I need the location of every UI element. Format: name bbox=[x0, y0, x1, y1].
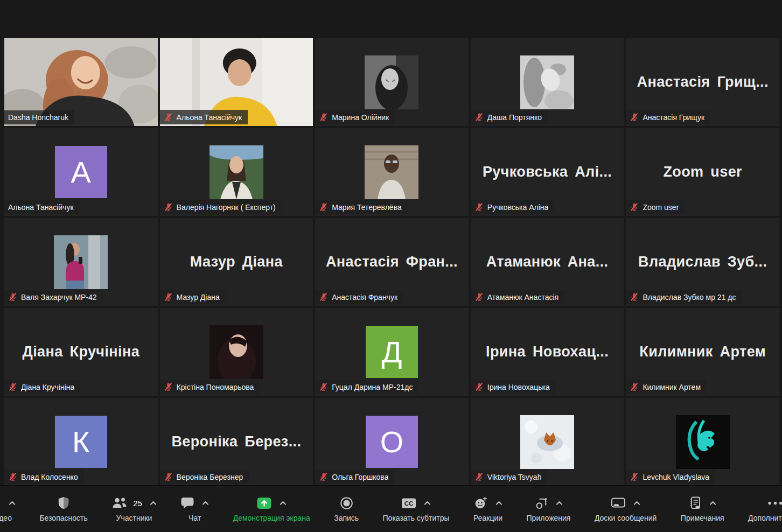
participant-nameplate: Ольга Горшкова bbox=[315, 470, 394, 484]
participant-tile[interactable]: Атаманюк Ана...Атаманюк Анастасія bbox=[471, 218, 624, 306]
participant-tile[interactable]: Крістіна Пономарьова bbox=[160, 308, 313, 396]
participant-photo-avatar bbox=[210, 325, 263, 379]
toolbar-video-button[interactable]: Видео bbox=[0, 496, 20, 522]
mic-muted-icon bbox=[630, 292, 639, 302]
mic-muted-icon bbox=[474, 202, 484, 212]
participant-name-label: Levchuk Vladyslava bbox=[643, 473, 709, 481]
participant-name-label: Валерія Нагорняк ( Експерт) bbox=[177, 203, 276, 212]
participant-tile[interactable]: Анастасія Грищ...Анастасія Грищук bbox=[626, 38, 779, 126]
participant-letter-avatar: Д bbox=[366, 326, 418, 378]
mic-muted-icon bbox=[474, 472, 484, 481]
participant-name-label: Килимник Артем bbox=[643, 383, 701, 391]
mic-muted-icon bbox=[8, 472, 17, 481]
toolbar-more-button[interactable]: Дополнительно bbox=[744, 496, 782, 522]
mic-muted-icon bbox=[474, 292, 484, 302]
toolbar-notes-button[interactable]: Примечания bbox=[676, 496, 729, 522]
participant-tile[interactable]: Альона Танасійчук bbox=[160, 38, 313, 126]
participant-name-label: Крістіна Пономарьова bbox=[177, 383, 254, 391]
participant-photo-avatar bbox=[365, 55, 418, 109]
toolbar-captions-label: Показать субтитры bbox=[383, 514, 450, 522]
participant-nameplate: Марина Олійник bbox=[315, 110, 395, 124]
chevron-up-icon[interactable] bbox=[150, 501, 157, 506]
participant-name-label: Анастасія Франчук bbox=[332, 293, 397, 302]
participant-tile[interactable]: Килимник АртемКилимник Артем bbox=[626, 308, 779, 396]
participant-tile[interactable]: ААльона Танасійчук bbox=[4, 128, 158, 216]
toolbar-record-button[interactable]: Запись bbox=[330, 496, 363, 522]
notes-icon bbox=[689, 496, 702, 510]
participant-tile[interactable]: Levchuk Vladyslava bbox=[626, 398, 779, 486]
record-icon bbox=[340, 496, 353, 510]
participant-nameplate: Гуцал Дарина МР-21дс bbox=[315, 380, 418, 394]
participant-name-label: Ірина Новохацька bbox=[487, 383, 550, 391]
participant-photo-avatar bbox=[365, 145, 418, 199]
participant-tile[interactable]: Валя Захарчук МР-42 bbox=[4, 218, 158, 306]
chevron-up-icon[interactable] bbox=[633, 501, 640, 506]
apps-icon bbox=[535, 496, 548, 510]
participant-tile[interactable]: ДГуцал Дарина МР-21дс bbox=[315, 308, 469, 396]
participants-gallery: Dasha HoncharukАльона ТанасійчукМарина О… bbox=[0, 38, 782, 486]
mic-muted-icon bbox=[630, 202, 639, 212]
zoom-meeting-window: Dasha HoncharukАльона ТанасійчукМарина О… bbox=[0, 0, 782, 532]
mic-muted-icon bbox=[319, 292, 328, 302]
participant-tile[interactable]: ООльга Горшкова bbox=[315, 398, 469, 486]
participant-nameplate: Ірина Новохацька bbox=[471, 380, 556, 394]
participant-nameplate: Даша Портянко bbox=[471, 110, 548, 124]
participant-tile[interactable]: Анастасія Фран...Анастасія Франчук bbox=[315, 218, 469, 306]
toolbar-chat-label: Чат bbox=[188, 514, 201, 522]
participant-name-label: Атаманюк Анастасія bbox=[487, 293, 558, 302]
chevron-up-icon[interactable] bbox=[9, 501, 16, 506]
participant-name-label: Ольга Горшкова bbox=[332, 473, 388, 481]
participant-tile[interactable]: Марина Олійник bbox=[315, 38, 469, 126]
participant-tile[interactable]: Вероніка Берез...Вероніка Березнер bbox=[160, 398, 313, 486]
participant-nameplate: Атаманюк Анастасія bbox=[471, 290, 564, 304]
participant-photo-avatar bbox=[520, 415, 574, 469]
participant-tile[interactable]: Ручковська Алі...Ручковська Аліна bbox=[471, 128, 624, 216]
chevron-up-icon[interactable] bbox=[202, 501, 209, 506]
participant-tile[interactable]: Ірина Новохац...Ірина Новохацька bbox=[471, 308, 624, 396]
camera-icon bbox=[0, 498, 1, 508]
participant-nameplate: Zoom user bbox=[626, 200, 685, 214]
participant-tile[interactable]: Мазур ДіанаМазур Діана bbox=[160, 218, 313, 306]
chevron-up-icon[interactable] bbox=[709, 501, 716, 506]
participant-nameplate: Килимник Артем bbox=[626, 380, 707, 394]
chevron-up-icon[interactable] bbox=[556, 501, 563, 506]
toolbar-whiteboards-label: Доски сообщений bbox=[595, 514, 657, 522]
toolbar-apps-button[interactable]: Приложения bbox=[522, 496, 575, 522]
participant-name-label: Марина Олійник bbox=[332, 113, 389, 122]
participant-name-label: Zoom user bbox=[643, 203, 679, 212]
toolbar-share-button[interactable]: Демонстрация экрана bbox=[229, 496, 315, 522]
participant-nameplate: Viktoriya Tsvyah bbox=[471, 470, 548, 484]
chevron-up-icon[interactable] bbox=[280, 501, 287, 506]
participant-letter-avatar: О bbox=[366, 416, 418, 468]
participant-tile[interactable]: Діана КручінінаДіана Кручініна bbox=[4, 308, 158, 396]
participant-tile[interactable]: Владислав Зуб...Владислав Зубко мр 21 дс bbox=[626, 218, 779, 306]
participant-name-label: Вероніка Березнер bbox=[177, 473, 243, 481]
mic-muted-icon bbox=[8, 292, 17, 302]
participant-tile[interactable]: Zoom userZoom user bbox=[626, 128, 779, 216]
toolbar-security-button[interactable]: Безопасность bbox=[35, 496, 92, 522]
participant-tile[interactable]: КВлад Колосенко bbox=[4, 398, 158, 486]
toolbar-participants-label: Участники bbox=[116, 514, 152, 522]
participant-tile[interactable]: Даша Портянко bbox=[471, 38, 624, 126]
participant-name-label: Валя Захарчук МР-42 bbox=[21, 293, 97, 302]
toolbar-reactions-button[interactable]: Реакции bbox=[469, 496, 507, 522]
participant-photo-avatar bbox=[54, 235, 108, 289]
participant-name-label: Dasha Honcharuk bbox=[8, 113, 68, 122]
meeting-toolbar: ВидеоБезопасность25УчастникиЧатДемонстра… bbox=[0, 485, 782, 532]
toolbar-captions-button[interactable]: CCПоказать субтитры bbox=[379, 496, 454, 522]
participants-icon bbox=[111, 496, 128, 509]
participant-tile[interactable]: Dasha Honcharuk bbox=[4, 38, 158, 126]
participant-tile[interactable]: Валерія Нагорняк ( Експерт) bbox=[160, 128, 313, 216]
toolbar-record-label: Запись bbox=[334, 514, 359, 522]
participant-tile[interactable]: Мария Тетеревлёва bbox=[315, 128, 469, 216]
chevron-up-icon[interactable] bbox=[424, 501, 431, 506]
chevron-up-icon[interactable] bbox=[495, 501, 502, 506]
toolbar-participants-button[interactable]: 25Участники bbox=[107, 496, 161, 522]
participant-tile[interactable]: Viktoriya Tsvyah bbox=[471, 398, 624, 486]
participant-nameplate: Мазур Діана bbox=[160, 290, 226, 304]
shield-icon bbox=[57, 496, 71, 510]
toolbar-whiteboards-button[interactable]: Доски сообщений bbox=[590, 496, 661, 522]
toolbar-chat-button[interactable]: Чат bbox=[176, 496, 213, 522]
participant-name-label: Альона Танасійчук bbox=[8, 203, 74, 212]
mic-muted-icon bbox=[319, 202, 328, 212]
